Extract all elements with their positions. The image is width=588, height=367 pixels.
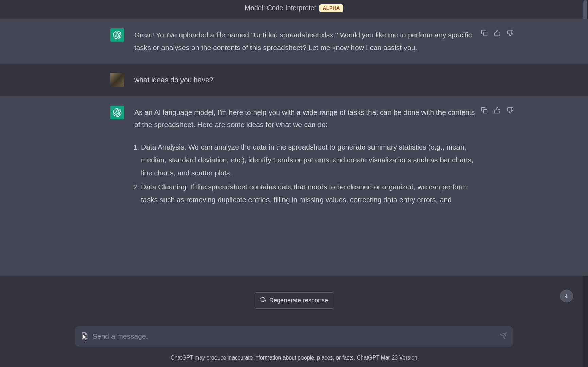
alpha-badge: ALPHA — [319, 4, 343, 12]
list-item: Data Analysis: We can analyze the data i… — [141, 141, 478, 179]
scroll-down-button[interactable] — [560, 290, 573, 302]
message-input[interactable] — [92, 332, 495, 340]
model-label: Model: Code Interpreter — [245, 4, 316, 12]
svg-rect-0 — [484, 32, 487, 36]
message-user: what ideas do you have? — [0, 64, 588, 96]
list-item: Data Cleaning: If the spreadsheet contai… — [141, 180, 478, 206]
copy-button[interactable] — [480, 28, 489, 38]
conversation: Great! You've uploaded a file named "Unt… — [0, 19, 588, 367]
user-avatar — [110, 73, 124, 87]
footer: ChatGPT may produce inaccurate informati… — [0, 355, 588, 361]
regenerate-button[interactable]: Regenerate response — [254, 292, 334, 309]
thumbs-down-button[interactable] — [505, 28, 515, 38]
svg-rect-1 — [484, 109, 487, 113]
message-text: As an AI language model, I'm here to hel… — [134, 106, 478, 208]
message-text: what ideas do you have? — [134, 73, 478, 87]
assistant-avatar — [110, 106, 124, 119]
input-area — [75, 326, 513, 347]
message-assistant: As an AI language model, I'm here to hel… — [0, 96, 588, 276]
upload-file-icon[interactable] — [81, 332, 88, 341]
copy-button[interactable] — [480, 106, 489, 115]
thumbs-up-button[interactable] — [492, 28, 502, 38]
regenerate-label: Regenerate response — [269, 297, 328, 304]
refresh-icon — [260, 297, 266, 304]
model-header: Model: Code Interpreter ALPHA — [0, 0, 588, 17]
input-box[interactable] — [75, 326, 513, 347]
assistant-avatar — [110, 28, 124, 42]
thumbs-up-button[interactable] — [492, 106, 502, 115]
send-icon[interactable] — [500, 332, 507, 341]
message-assistant: Great! You've uploaded a file named "Unt… — [0, 19, 588, 64]
arrow-down-icon — [564, 293, 570, 299]
disclaimer-text: ChatGPT may produce inaccurate informati… — [171, 355, 357, 361]
message-text: Great! You've uploaded a file named "Unt… — [134, 28, 478, 54]
thumbs-down-button[interactable] — [505, 106, 515, 115]
version-link[interactable]: ChatGPT Mar 23 Version — [357, 355, 417, 361]
message-intro: As an AI language model, I'm here to hel… — [134, 106, 478, 132]
